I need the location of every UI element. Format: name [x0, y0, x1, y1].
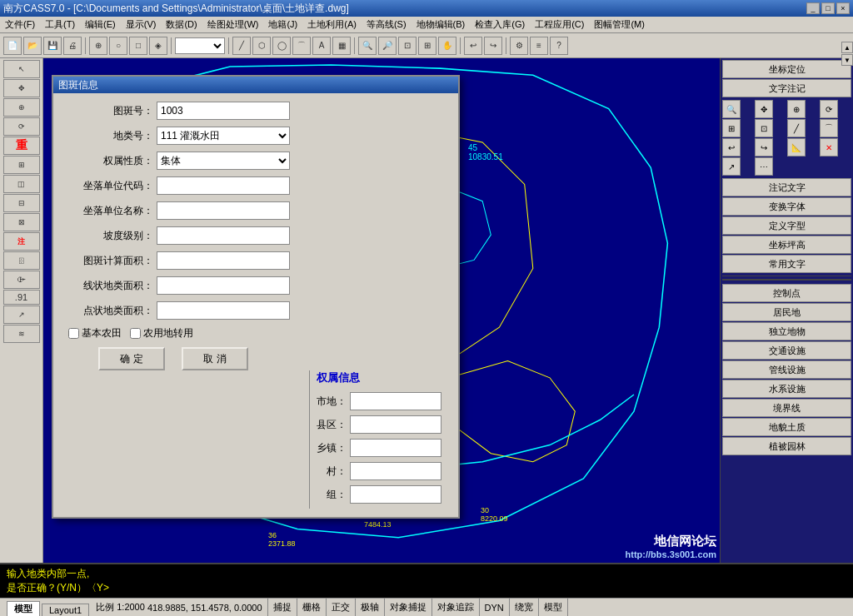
- maximize-btn[interactable]: □: [821, 2, 835, 14]
- input-zuoluo-name[interactable]: [157, 201, 290, 220]
- status-ortho[interactable]: 正交: [327, 599, 356, 616]
- input-dian-area[interactable]: [157, 301, 290, 320]
- tb-hatch[interactable]: ▦: [332, 37, 351, 55]
- btn-pipeline[interactable]: 管线设施: [722, 360, 851, 379]
- icon-grid[interactable]: ⊞: [722, 119, 741, 137]
- tb-pan[interactable]: ✋: [438, 37, 456, 55]
- icon-arrow[interactable]: ↗: [722, 157, 741, 176]
- lt-btn5[interactable]: ⊞: [3, 156, 40, 174]
- select-dilei[interactable]: 111 灌溉水田: [157, 127, 290, 145]
- lt-btn7[interactable]: ⊟: [3, 194, 40, 212]
- btn-control-point[interactable]: 控制点: [722, 284, 851, 302]
- input-tuban-area[interactable]: [157, 251, 290, 270]
- lt-zoom[interactable]: ⊕: [3, 98, 40, 117]
- scroll-down[interactable]: ▼: [841, 54, 853, 66]
- tb-line[interactable]: ╱: [232, 37, 251, 55]
- scroll-up[interactable]: ▲: [841, 42, 853, 53]
- attr-input-shidi[interactable]: [350, 392, 441, 410]
- tb-props[interactable]: ⚙: [510, 37, 528, 55]
- status-model[interactable]: 模型: [539, 599, 568, 616]
- close-btn[interactable]: ×: [836, 2, 850, 14]
- menu-landuse[interactable]: 土地利用(A): [302, 17, 362, 32]
- tb-zoom-win[interactable]: ⊞: [418, 37, 436, 55]
- tb-zoom-all[interactable]: ⊡: [398, 37, 417, 55]
- lt-move[interactable]: ✥: [3, 79, 40, 97]
- icon-rotate[interactable]: ⟳: [820, 100, 838, 118]
- btn-terrain[interactable]: 地貌土质: [722, 418, 851, 436]
- btn-coord-locate[interactable]: 坐标定位: [722, 60, 851, 78]
- menu-tools[interactable]: 工具(T): [40, 17, 80, 32]
- tb-zoom-in[interactable]: 🔍: [358, 37, 377, 55]
- btn-traffic[interactable]: 交通设施: [722, 341, 851, 360]
- icon-curve[interactable]: ⌒: [820, 119, 838, 137]
- attr-input-xianqu[interactable]: [350, 415, 441, 434]
- tab-model[interactable]: 模型: [7, 601, 40, 616]
- lt-btn11[interactable]: ⌱: [3, 271, 40, 289]
- icon-zoom2[interactable]: ⊕: [787, 100, 806, 118]
- btn-standalone[interactable]: 独立地物: [722, 322, 851, 340]
- menu-engineering[interactable]: 工程应用(C): [530, 17, 589, 32]
- tb-open[interactable]: 📂: [23, 37, 42, 55]
- tab-layout1[interactable]: Layout1: [42, 604, 89, 616]
- tb-btn4[interactable]: ◈: [149, 37, 167, 55]
- icon-snap[interactable]: ⊡: [755, 119, 773, 137]
- input-podu[interactable]: [157, 226, 290, 245]
- attr-input-zu[interactable]: [350, 485, 441, 504]
- tb-scale-select[interactable]: [175, 37, 225, 54]
- menu-draw[interactable]: 绘图处理(W): [202, 17, 264, 32]
- input-xian-area[interactable]: [157, 276, 290, 295]
- tb-circle[interactable]: ◯: [272, 37, 291, 55]
- lt-btn8[interactable]: ⊠: [3, 213, 40, 231]
- menu-land[interactable]: 地籍(J): [263, 17, 302, 32]
- attr-input-xiangzhen[interactable]: [350, 439, 441, 457]
- btn-residential[interactable]: 居民地: [722, 303, 851, 321]
- lt-btn14[interactable]: ≋: [3, 325, 40, 343]
- status-dyn[interactable]: DYN: [480, 599, 510, 616]
- lt-select[interactable]: ↖: [3, 60, 40, 78]
- icon-line[interactable]: ╱: [787, 119, 806, 137]
- tb-new[interactable]: 📄: [3, 37, 22, 55]
- status-osnap[interactable]: 对象捕捉: [385, 599, 432, 616]
- btn-boundary[interactable]: 境界线: [722, 399, 851, 417]
- btn-common-text[interactable]: 常用文字: [722, 255, 851, 273]
- status-linewidth[interactable]: 绕宽: [510, 599, 539, 616]
- icon-more[interactable]: ⋯: [755, 157, 773, 176]
- tb-layers[interactable]: ≡: [530, 37, 548, 55]
- minimize-btn[interactable]: _: [806, 2, 820, 14]
- lt-btn6[interactable]: ◫: [3, 175, 40, 193]
- tb-print[interactable]: 🖨: [63, 37, 82, 55]
- btn-change-font[interactable]: 变换字体: [722, 197, 851, 216]
- tb-redo[interactable]: ↪: [484, 37, 502, 55]
- tb-save[interactable]: 💾: [43, 37, 62, 55]
- status-grid[interactable]: 栅格: [297, 599, 327, 616]
- btn-def-style[interactable]: 定义字型: [722, 216, 851, 235]
- input-zuoluo-code[interactable]: [157, 176, 290, 195]
- status-polar[interactable]: 极轴: [356, 599, 385, 616]
- tb-text[interactable]: A: [312, 37, 331, 55]
- btn-vegetation[interactable]: 植被园林: [722, 437, 851, 455]
- menu-view[interactable]: 显示(V): [121, 17, 162, 32]
- tb-arc[interactable]: ⌒: [292, 37, 311, 55]
- menu-file[interactable]: 文件(F): [0, 17, 40, 32]
- lt-91[interactable]: .91: [3, 290, 40, 305]
- attr-input-cun[interactable]: [350, 462, 441, 480]
- icon-zoom[interactable]: 🔍: [722, 100, 741, 118]
- icon-redo[interactable]: ↪: [755, 138, 773, 156]
- tb-zoom-out[interactable]: 🔎: [378, 37, 397, 55]
- lt-注[interactable]: 注: [3, 232, 40, 251]
- select-quanshu[interactable]: 集体: [157, 152, 290, 170]
- tb-btn1[interactable]: ⊕: [89, 37, 107, 55]
- menu-contour[interactable]: 等高线(S): [362, 17, 412, 32]
- lt-btn13[interactable]: ↗: [3, 306, 40, 324]
- status-otrack[interactable]: 对象追踪: [432, 599, 480, 616]
- lt-btn10[interactable]: ⌹: [3, 251, 40, 270]
- icon-move[interactable]: ✥: [755, 100, 773, 118]
- menu-data[interactable]: 数据(D): [161, 17, 202, 32]
- icon-measure[interactable]: 📐: [787, 138, 806, 156]
- btn-water[interactable]: 水系设施: [722, 380, 851, 398]
- tb-undo[interactable]: ↩: [464, 37, 482, 55]
- btn-coord-elev[interactable]: 坐标坪高: [722, 236, 851, 254]
- cb-jiben[interactable]: [68, 328, 79, 339]
- tb-btn3[interactable]: □: [129, 37, 147, 55]
- tb-btn2[interactable]: ○: [109, 37, 127, 55]
